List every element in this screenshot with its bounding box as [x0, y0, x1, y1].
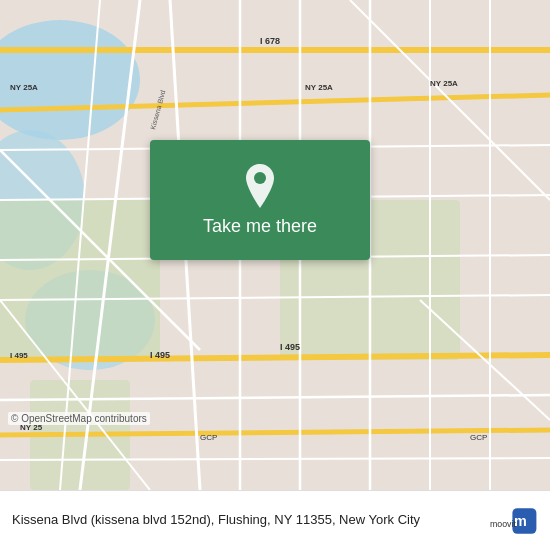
moovit-logo: m moovit	[490, 505, 538, 537]
svg-text:I 678: I 678	[260, 36, 280, 46]
moovit-logo-svg: m moovit	[490, 505, 538, 537]
svg-text:NY 25A: NY 25A	[305, 83, 333, 92]
svg-text:I 495: I 495	[280, 342, 300, 352]
svg-text:NY 25A: NY 25A	[430, 79, 458, 88]
svg-text:GCP: GCP	[470, 433, 487, 442]
bottom-bar: Kissena Blvd (kissena blvd 152nd), Flush…	[0, 490, 550, 550]
copyright-text: © OpenStreetMap contributors	[8, 412, 150, 425]
svg-text:moovit: moovit	[490, 519, 516, 529]
take-me-there-button[interactable]: Take me there	[150, 140, 370, 260]
svg-text:I 495: I 495	[150, 350, 170, 360]
svg-text:GCP: GCP	[200, 433, 217, 442]
svg-point-40	[254, 172, 266, 184]
cta-label: Take me there	[203, 216, 317, 237]
address-text: Kissena Blvd (kissena blvd 152nd), Flush…	[12, 511, 480, 529]
map-view: I 678 NY 25A NY 25A NY 25A I 495 I 495 I…	[0, 0, 550, 490]
location-pin-icon	[242, 164, 278, 208]
svg-text:I 495: I 495	[10, 351, 28, 360]
svg-rect-4	[0, 200, 160, 360]
svg-text:NY 25A: NY 25A	[10, 83, 38, 92]
